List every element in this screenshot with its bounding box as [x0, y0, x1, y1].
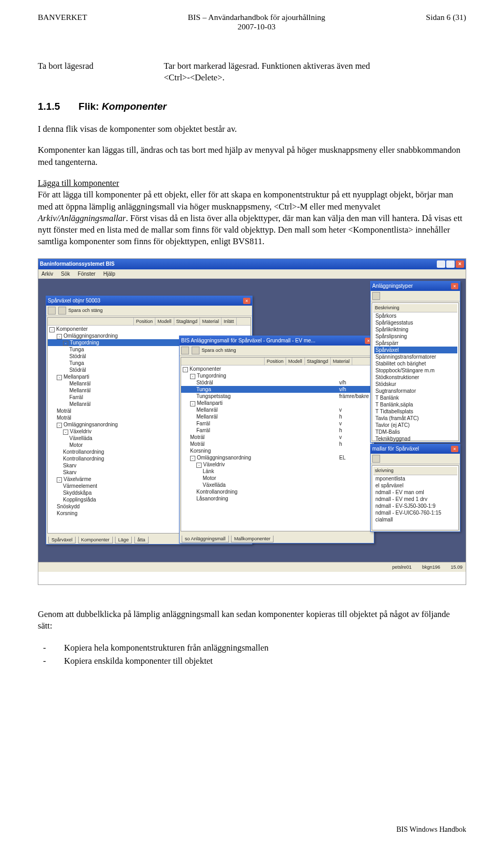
tree-row[interactable]: Moträlh — [181, 441, 372, 447]
definition-term: Ta bort lägesrad — [38, 60, 132, 84]
close-icon[interactable]: × — [451, 283, 458, 289]
body-content: Ta bort lägesrad Tar bort markerad läges… — [38, 60, 466, 667]
w2-tree[interactable]: Position Modell Staglängd Material -Komp… — [181, 357, 373, 531]
toolbar-icon[interactable] — [372, 455, 380, 463]
tree-row[interactable]: Mellanrälv — [181, 406, 372, 413]
mdi-workspace: Spårväxel objnr 50003 × Spara och stäng … — [38, 279, 466, 572]
w3-list[interactable]: Beskrivning SpårkorsSpårlägesstatusSpårl… — [372, 302, 459, 441]
list-item[interactable]: TDM-Balis — [374, 428, 457, 435]
header-title: BIS – Användarhandbok för ajourhållning — [188, 13, 326, 22]
window-controls: _ □ × — [437, 260, 464, 268]
list-item[interactable]: T Banlänk,säpla — [374, 401, 457, 408]
toolbar-icon[interactable] — [372, 292, 380, 300]
tree-row[interactable]: Farrälv — [181, 420, 372, 427]
close-icon[interactable]: × — [243, 298, 250, 304]
minimize-icon[interactable]: _ — [437, 260, 445, 268]
list-item[interactable]: ndmall - EV-SJ50-300-1:9 — [374, 503, 457, 509]
list-item[interactable]: Stoppbock/Stängare m.m — [374, 367, 457, 374]
list-item[interactable]: Spårslipsning — [374, 333, 457, 340]
list-item[interactable]: ndmall - EV man oml — [374, 489, 457, 496]
section-number: 1.1.5 — [38, 100, 60, 113]
tree-row[interactable]: Tungspetsstagfrämre/bakre — [181, 393, 372, 400]
tree-row[interactable]: -Växeldriv — [181, 461, 372, 468]
tree-row[interactable]: Stödrälv/h — [181, 379, 372, 386]
list-item[interactable]: ndmall - EV med 1 drv — [374, 496, 457, 503]
tree-row[interactable]: Låsanordning — [181, 495, 372, 502]
print-icon[interactable] — [58, 307, 66, 315]
main-titlebar: Baninformationssystemet BIS _ □ × — [38, 259, 466, 269]
app-screenshot: Baninformationssystemet BIS _ □ × Arkiv … — [38, 258, 466, 585]
w1-toolbar: Spara och stäng — [46, 306, 252, 316]
menu-sok[interactable]: Sök — [61, 271, 70, 277]
tree-row[interactable]: Mellanrälh — [181, 413, 372, 420]
tab[interactable]: Mallkomponenter — [231, 536, 274, 542]
tree-row[interactable]: Kontrollanordning — [181, 488, 372, 495]
list-item[interactable]: Spårväxel — [374, 347, 457, 353]
tree-row[interactable]: Korsning — [181, 447, 372, 454]
menu-fonster[interactable]: Fönster — [78, 271, 96, 277]
outro-paragraph: Genom att dubbelklicka på lämplig anlägg… — [38, 609, 466, 632]
list-item[interactable]: cialmall — [374, 516, 457, 523]
tree-row[interactable]: -Komponenter — [48, 326, 250, 332]
print-icon[interactable] — [192, 347, 200, 354]
list-item[interactable]: Spårlikriktning — [374, 326, 457, 333]
header-date: 2007-10-03 — [188, 22, 326, 32]
tree-row[interactable]: -OmläggningsanordningEL — [181, 454, 372, 461]
close-icon[interactable]: × — [456, 260, 464, 268]
list-item[interactable]: el spårväxel — [374, 482, 457, 489]
save-close-button[interactable]: Spara och stäng — [68, 308, 103, 313]
tree-row[interactable]: -Tungordning — [181, 372, 372, 379]
list-item[interactable]: Tavla (framåt ATC) — [374, 415, 457, 422]
w1-titlebar: Spårväxel objnr 50003 × — [46, 296, 252, 306]
window-anlaggningstyper: Anläggningstyper × Beskrivning SpårkorsS… — [370, 281, 460, 443]
list-item[interactable]: Stödkonstruktioner — [374, 374, 457, 381]
tree-row[interactable]: Tungav/h — [181, 386, 372, 393]
tab[interactable]: Läge — [115, 537, 132, 543]
header-left: BANVERKET — [38, 13, 87, 32]
w1-tabs: Spårväxel Komponenter Läge åtta — [48, 537, 150, 543]
bullet-item: -Kopiera hela komponentstrukturen från a… — [38, 642, 466, 654]
list-item[interactable]: Spänningstransformatorer — [374, 353, 457, 360]
tree-row[interactable]: Länk — [181, 468, 372, 475]
bullet-list: -Kopiera hela komponentstrukturen från a… — [38, 642, 466, 667]
close-icon[interactable]: × — [451, 446, 458, 452]
save-icon[interactable] — [48, 307, 56, 315]
header-center: BIS – Användarhandbok för ajourhållning … — [188, 13, 326, 32]
save-icon[interactable] — [181, 347, 189, 354]
tab[interactable]: Spårväxel — [48, 537, 76, 543]
tree-row[interactable]: Moträlv — [181, 434, 372, 441]
list-item[interactable]: Spårlägesstatus — [374, 319, 457, 326]
list-item[interactable]: mponentlista — [374, 475, 457, 482]
page-footer: BIS Windows Handbok — [396, 825, 466, 834]
list-item[interactable]: T Tidtabellsplats — [374, 408, 457, 415]
w3-toolbar — [371, 291, 460, 301]
tree-row[interactable]: -Komponenter — [181, 365, 372, 372]
window-anlaggningsmall: BIS Anläggningsmall för Spårväxel - Grun… — [179, 336, 374, 543]
menu-hjalp[interactable]: Hjälp — [103, 271, 116, 277]
w4-titlebar: mallar för Spårväxel × — [371, 444, 460, 454]
tree-row[interactable]: Farrälh — [181, 427, 372, 434]
list-item[interactable]: Spårspärr — [374, 340, 457, 347]
w2-tabs: so Anläggningsmall Mallkomponenter — [182, 536, 275, 542]
tree-row[interactable]: Motor — [181, 475, 372, 482]
list-item[interactable]: Spårkors — [374, 312, 457, 319]
save-close-button[interactable]: Spara och stäng — [202, 348, 236, 353]
list-item[interactable]: Teknikbyggnad — [374, 435, 457, 442]
subsection-heading: Lägga till komponenter — [38, 178, 119, 188]
tab[interactable]: so Anläggningsmall — [182, 536, 229, 542]
menu-arkiv[interactable]: Arkiv — [41, 271, 53, 277]
list-item[interactable]: Stabilitet och bärighet — [374, 360, 457, 367]
list-item[interactable]: ndmall - EV-UIC60-760-1:15 — [374, 509, 457, 516]
definition-desc: Tar bort markerad lägesrad. Funktionen a… — [164, 60, 466, 84]
tree-row[interactable]: -Mellanparti — [181, 400, 372, 406]
list-item[interactable]: Sugtransformator — [374, 388, 457, 394]
list-item[interactable]: Tavlor (ej ATC) — [374, 422, 457, 428]
list-item[interactable]: Stödskur — [374, 381, 457, 388]
main-window-title: Baninformationssystemet BIS — [40, 260, 114, 268]
maximize-icon[interactable]: □ — [446, 260, 455, 268]
tab[interactable]: Komponenter — [78, 537, 113, 543]
list-item[interactable]: T Banlänk — [374, 394, 457, 401]
w4-list[interactable]: skrivning mponentlistael spårväxelndmall… — [372, 465, 459, 530]
tree-row[interactable]: Växelläda — [181, 482, 372, 488]
tab[interactable]: åtta — [134, 537, 149, 543]
